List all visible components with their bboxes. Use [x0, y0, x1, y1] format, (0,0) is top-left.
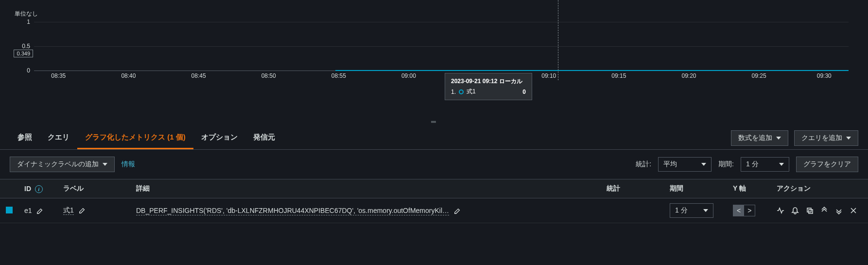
col-period: 期間	[664, 179, 727, 198]
x-tick: 08:35	[51, 72, 66, 79]
chart-area: 単位なし 1 0.5 0 0.349 09-21 09:11 08:35 08:…	[0, 0, 868, 117]
svg-rect-0	[807, 208, 811, 212]
x-tick: 09:15	[611, 72, 626, 79]
x-tick: 09:10	[541, 72, 556, 79]
dynamic-label-text: ダイナミックラベルの追加	[17, 160, 99, 169]
caret-down-icon	[846, 137, 851, 140]
statistic-label: 統計:	[636, 160, 651, 169]
chart-cursor[interactable]: 09-21 09:11	[558, 0, 558, 80]
add-query-button[interactable]: クエリを追加	[794, 130, 858, 146]
row-period-select[interactable]: 1 分	[670, 203, 713, 218]
tab-options[interactable]: オプション	[193, 127, 245, 149]
x-tick: 08:40	[121, 72, 136, 79]
move-up-icon[interactable]	[820, 207, 828, 214]
y-tick: 0.5	[22, 43, 34, 50]
statistic-select[interactable]: 平均	[658, 157, 712, 172]
period-select[interactable]: 1 分	[741, 157, 789, 172]
caret-down-icon	[703, 209, 708, 212]
x-tick: 09:25	[752, 72, 766, 79]
caret-down-icon	[776, 137, 781, 140]
x-tick: 08:55	[331, 72, 346, 79]
tabs-row: 参照 クエリ グラフ化したメトリクス (1 個) オプション 発信元 数式を追加…	[0, 126, 868, 150]
add-math-label: 数式を追加	[738, 134, 772, 142]
caret-down-icon	[701, 163, 706, 166]
svg-rect-1	[809, 210, 813, 213]
tab-graphed-metrics[interactable]: グラフ化したメトリクス (1 個)	[77, 127, 193, 149]
metrics-table: ID i ラベル 詳細 統計 期間 Y 軸 アクション e1 式1 DB_PER…	[0, 179, 868, 223]
yaxis-right[interactable]: >	[744, 205, 755, 216]
tab-browse[interactable]: 参照	[10, 127, 40, 149]
edit-icon[interactable]	[79, 207, 86, 214]
row-stat	[601, 198, 664, 223]
y-tick: 1	[27, 18, 34, 25]
period-value: 1 分	[746, 160, 759, 169]
tooltip-row-index: 1.	[451, 88, 456, 95]
edit-icon[interactable]	[454, 208, 461, 214]
statistic-value: 平均	[663, 160, 677, 169]
period-label: 期間:	[718, 160, 734, 169]
edit-icon[interactable]	[36, 208, 43, 214]
tooltip-row-name: 式1	[467, 88, 476, 96]
yaxis-toggle[interactable]: < >	[733, 205, 755, 216]
add-math-button[interactable]: 数式を追加	[731, 130, 788, 146]
x-axis: 08:35 08:40 08:45 08:50 08:55 09:00 09:0…	[34, 72, 849, 82]
row-actions	[777, 207, 862, 214]
tab-query[interactable]: クエリ	[40, 127, 77, 149]
yaxis-left[interactable]: <	[733, 205, 744, 216]
tooltip-header: 2023-09-21 09:12 ローカル	[451, 77, 526, 86]
cursor-value-badge: 0.349	[14, 50, 33, 57]
chart-plot[interactable]: 1 0.5 0 0.349 09-21 09:11	[34, 22, 849, 71]
table-row: e1 式1 DB_PERF_INSIGHTS('RDS', 'db-LXLNFZ…	[0, 198, 868, 223]
activity-icon[interactable]	[777, 207, 784, 214]
row-label[interactable]: 式1	[63, 206, 74, 215]
move-down-icon[interactable]	[835, 207, 843, 214]
table-header-row: ID i ラベル 詳細 統計 期間 Y 軸 アクション	[0, 179, 868, 198]
toolbar-row: ダイナミックラベルの追加 情報 統計: 平均 期間: 1 分 グラフをクリア	[0, 150, 868, 179]
resize-handle[interactable]: ═	[0, 117, 868, 126]
clear-graph-label: グラフをクリア	[803, 160, 851, 169]
x-tick: 08:45	[191, 72, 206, 79]
row-details[interactable]: DB_PERF_INSIGHTS('RDS', 'db-LXLNFZRMHOJR…	[136, 207, 449, 215]
add-query-label: クエリを追加	[801, 134, 842, 142]
y-tick: 0	[27, 67, 34, 74]
col-details: 詳細	[130, 179, 601, 198]
x-tick: 08:50	[261, 72, 276, 79]
col-yaxis: Y 軸	[727, 179, 771, 198]
caret-down-icon	[103, 163, 107, 166]
clear-graph-button[interactable]: グラフをクリア	[796, 157, 858, 172]
series-color-icon	[459, 89, 464, 94]
info-link[interactable]: 情報	[122, 160, 135, 169]
caret-down-icon	[779, 163, 784, 166]
info-icon[interactable]: i	[35, 185, 43, 193]
chart-tooltip: 2023-09-21 09:12 ローカル 1. 式1 0	[445, 73, 532, 100]
duplicate-icon[interactable]	[806, 207, 814, 214]
col-id: ID	[24, 185, 31, 193]
series-color-chip[interactable]	[6, 207, 13, 213]
col-stat: 統計	[601, 179, 664, 198]
x-tick: 09:00	[401, 72, 416, 79]
x-tick: 09:20	[681, 72, 696, 79]
tooltip-row-value: 0	[522, 88, 526, 95]
y-axis-unit-label: 単位なし	[15, 10, 853, 18]
delete-icon[interactable]	[850, 207, 857, 214]
add-dynamic-label-button[interactable]: ダイナミックラベルの追加	[10, 157, 115, 172]
row-period-value: 1 分	[675, 206, 688, 215]
col-label: ラベル	[57, 179, 130, 198]
chart-series-line	[335, 70, 849, 71]
alarm-icon[interactable]	[791, 207, 799, 214]
row-id: e1	[24, 207, 32, 214]
col-actions: アクション	[771, 179, 868, 198]
x-tick: 09:30	[817, 72, 832, 79]
tab-source[interactable]: 発信元	[245, 127, 283, 149]
